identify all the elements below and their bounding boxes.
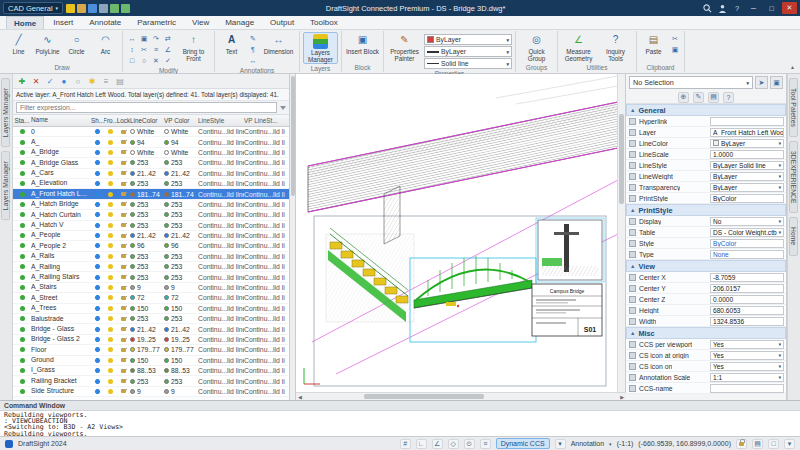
- column-vp-color[interactable]: VP Color: [164, 117, 198, 124]
- layer-vp-linestyle[interactable]: Continu...lid li: [244, 128, 289, 135]
- section-header-printstyle[interactable]: ▲PrintStyle: [626, 204, 786, 216]
- layer-lock-toggle[interactable]: [117, 275, 130, 279]
- layer-settings-icon[interactable]: ≡: [100, 75, 112, 87]
- layer-row[interactable]: A_Hatch V253253Continu...lid lineContinu…: [13, 221, 289, 231]
- layer-frozen-toggle[interactable]: [104, 181, 117, 186]
- layer-show-toggle[interactable]: [91, 160, 104, 165]
- layer-frozen-toggle[interactable]: [104, 389, 117, 394]
- layer-lock-toggle[interactable]: [117, 171, 130, 175]
- layer-row[interactable]: A_Hatch Curtain253253Continu...lid lineC…: [13, 210, 289, 220]
- filter-expression-input[interactable]: [16, 102, 277, 113]
- ribbon-collapse-button[interactable]: ▴: [791, 63, 798, 72]
- layer-vp-linestyle[interactable]: Continu...lid li: [244, 180, 289, 187]
- grid-icon[interactable]: #: [400, 439, 411, 449]
- edit-icon[interactable]: ✓: [162, 55, 174, 66]
- property-value[interactable]: 206.0157: [710, 284, 784, 293]
- layer-lock-toggle[interactable]: [117, 254, 130, 258]
- layer-show-toggle[interactable]: [91, 337, 104, 342]
- property-value[interactable]: Yes▾: [710, 351, 784, 360]
- canvas-horizontal-scrollbar[interactable]: ◀▶: [296, 392, 626, 400]
- layer-vp-linestyle[interactable]: Continu...lid li: [244, 211, 289, 218]
- section-header-misc[interactable]: ▲Misc: [626, 327, 786, 339]
- layer-show-toggle[interactable]: [91, 202, 104, 207]
- command-history[interactable]: Rebuilding viewports. : VIEWCUBEACTION <…: [0, 411, 800, 438]
- layer-row[interactable]: A_Front Hatch Left Wood181..74181..74Con…: [13, 189, 289, 199]
- layer-linestyle[interactable]: Continu...lid line: [198, 305, 244, 312]
- layer-vp-color[interactable]: 253: [164, 222, 198, 229]
- tab-parametric[interactable]: Parametric: [130, 16, 183, 29]
- layer-vp-color[interactable]: 253: [164, 253, 198, 260]
- layer-frozen-toggle[interactable]: [104, 368, 117, 373]
- property-value[interactable]: No▾: [710, 217, 784, 226]
- erase-icon[interactable]: ✕: [150, 55, 162, 66]
- layer-linecolor[interactable]: 96: [130, 242, 164, 249]
- layer-linecolor[interactable]: 253: [130, 263, 164, 270]
- property-value[interactable]: ByLayer▾: [710, 139, 784, 148]
- layer-vp-color[interactable]: White: [164, 149, 198, 156]
- property-value[interactable]: 0.0000: [710, 295, 784, 304]
- layer-linestyle[interactable]: Continu...lid line: [198, 180, 244, 187]
- layer-frozen-toggle[interactable]: [104, 129, 117, 134]
- status-options-icon[interactable]: ▾: [784, 439, 795, 449]
- undo-icon[interactable]: [110, 4, 119, 13]
- layer-frozen-toggle[interactable]: [104, 306, 117, 311]
- layer-show-toggle[interactable]: [91, 316, 104, 321]
- property-value[interactable]: -8.7059: [710, 273, 784, 282]
- layer-vp-color[interactable]: 19..25: [164, 336, 198, 343]
- property-value[interactable]: A_Front Hatch Left Wood▾: [710, 128, 784, 137]
- layer-linestyle[interactable]: Continu...lid line: [198, 201, 244, 208]
- hide-all-layers-icon[interactable]: ○: [72, 75, 84, 87]
- right-tab-home[interactable]: Home: [789, 217, 798, 255]
- layer-vp-linestyle[interactable]: Continu...lid li: [244, 222, 289, 229]
- etrack-icon[interactable]: ⊙: [464, 439, 475, 449]
- layer-vp-linestyle[interactable]: Continu...lid li: [244, 263, 289, 270]
- layer-linecolor[interactable]: 150: [130, 357, 164, 364]
- layer-vp-color[interactable]: 253: [164, 180, 198, 187]
- measure-geometry-button[interactable]: ∠Measure Geometry: [561, 32, 596, 62]
- layer-vp-color[interactable]: 253: [164, 211, 198, 218]
- layer-frozen-toggle[interactable]: [104, 337, 117, 342]
- close-button[interactable]: ✕: [782, 2, 797, 14]
- layer-lock-toggle[interactable]: [117, 317, 130, 321]
- column-linestyle[interactable]: LineStyle: [198, 117, 244, 124]
- layer-lock-toggle[interactable]: [117, 213, 130, 217]
- layer-vp-color[interactable]: 21..42: [164, 170, 198, 177]
- quick-select-button[interactable]: ▣: [770, 76, 783, 89]
- layer-vp-color[interactable]: 96: [164, 242, 198, 249]
- note-icon[interactable]: ¶: [247, 44, 259, 55]
- layer-linecolor[interactable]: 253: [130, 201, 164, 208]
- layer-vp-linestyle[interactable]: Continu...lid li: [244, 284, 289, 291]
- tab-view[interactable]: View: [185, 16, 216, 29]
- layer-linestyle[interactable]: Continu...lid line: [198, 346, 244, 353]
- command-window-title[interactable]: Command Window: [0, 401, 800, 411]
- layer-lock-toggle[interactable]: [117, 192, 130, 196]
- layer-row[interactable]: 0WhiteWhiteContinu...lid lineContinu...l…: [13, 127, 289, 137]
- layer-vp-color[interactable]: 94: [164, 139, 198, 146]
- selection-combo[interactable]: No Selection▾: [629, 76, 753, 89]
- fullscreen-icon[interactable]: □: [768, 439, 779, 449]
- layer-linestyle[interactable]: Continu...lid line: [198, 274, 244, 281]
- property-value[interactable]: None: [710, 250, 784, 259]
- layer-linecolor[interactable]: 72: [130, 294, 164, 301]
- right-tab-tool-palettes[interactable]: Tool Palettes: [789, 78, 798, 137]
- layer-lock-toggle[interactable]: [117, 150, 130, 154]
- layer-linestyle[interactable]: Continu...lid line: [198, 326, 244, 333]
- layer-vp-color[interactable]: 253: [164, 378, 198, 385]
- layer-frozen-toggle[interactable]: [104, 223, 117, 228]
- layer-linestyle[interactable]: Continu...lid line: [198, 336, 244, 343]
- layer-linecolor[interactable]: 253: [130, 222, 164, 229]
- property-value[interactable]: 1324.8536: [710, 317, 784, 326]
- layer-lock-toggle[interactable]: [117, 389, 130, 393]
- layer-row[interactable]: A_Rails253253Continu...lid lineContinu..…: [13, 252, 289, 262]
- layer-linestyle[interactable]: Continu...lid line: [198, 128, 244, 135]
- line-button[interactable]: ╱Line: [5, 32, 32, 56]
- layer-linestyle[interactable]: Continu...lid line: [198, 388, 244, 395]
- layer-lock-toggle[interactable]: [117, 265, 130, 269]
- layer-row[interactable]: A_Street7272Continu...lid lineContinu...…: [13, 293, 289, 303]
- paste-button[interactable]: ▤Paste: [640, 32, 667, 56]
- layer-show-toggle[interactable]: [91, 264, 104, 269]
- layer-row[interactable]: Bridge - Glass 219..2519..25Continu...li…: [13, 335, 289, 345]
- layer-linestyle[interactable]: Continu...lid line: [198, 367, 244, 374]
- layer-linestyle[interactable]: Continu...lid line: [198, 139, 244, 146]
- column-status[interactable]: Sta...: [13, 117, 31, 124]
